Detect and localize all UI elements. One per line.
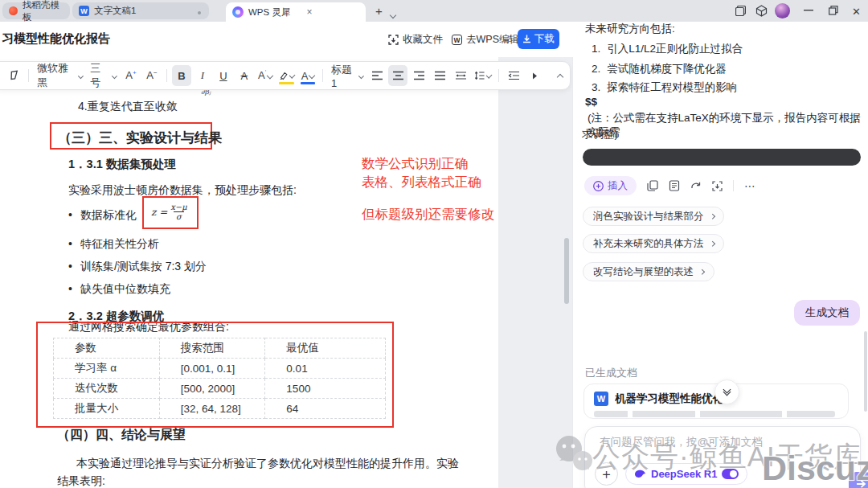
red-annotation-2: 表格、列表格式正确 [362,174,481,191]
chip-label: 补充未来研究的具体方法 [593,237,704,251]
latex-marker: $$ [585,96,597,108]
format-toolbar: 微软雅黑 三号 A+ A− B I U A Aʼ A 标题1 [0,61,571,90]
indent-button[interactable] [504,65,523,86]
minimize-button[interactable] [804,10,813,11]
table-cell: 0.01 [265,359,386,379]
table-cell: [32, 64, 128] [159,399,265,419]
more-actions-button[interactable]: ⋯ [744,179,756,192]
open-in-wps-button[interactable]: W 去WPS编辑 [452,33,519,47]
close-window-button[interactable]: ✕ [852,6,861,18]
align-center-button[interactable] [388,65,407,86]
quote-doc-button[interactable] [669,180,680,191]
format-clear-button[interactable] [4,65,23,86]
tab-label: 找稻壳模板 [23,0,63,23]
bold-button[interactable]: B [172,65,191,86]
conclusion-paragraph-line2: 结果表明: [57,474,105,488]
deepseek-whale-icon [634,470,646,478]
style-value: 标题1 [331,63,355,89]
open-in-wps-label: 去WPS编辑 [466,33,519,47]
text-effects-dropdown[interactable]: Aʼ [256,65,275,86]
restore-button[interactable] [829,6,838,15]
tab-list-chevron-icon[interactable] [391,6,395,21]
docer-icon [9,6,18,15]
distribute-button[interactable] [451,65,470,86]
insert-button[interactable]: 插入 [584,176,637,195]
document-margin-area [498,57,572,488]
chat-input-card[interactable]: ＋ DeepSeek R1 [584,426,861,488]
table-cell: [500, 2000] [159,379,265,399]
close-tab-icon[interactable]: × [306,6,312,18]
chevron-down-icon [485,72,492,79]
strikethrough-button[interactable]: A [235,65,254,86]
model-selector[interactable]: DeepSeek R1 [625,463,747,485]
future-item: 3.探索特征工程对模型的影响 [592,80,737,95]
document-scrollbar[interactable] [564,238,569,304]
bullet-item: 训练集/测试集按 7:3 划分 [68,260,207,274]
suggestion-chip[interactable]: 补充未来研究的具体方法 [583,234,724,253]
download-icon [522,35,531,43]
font-family-dropdown[interactable]: 微软雅黑 [34,65,85,86]
collapse-panel-button[interactable] [714,379,739,404]
user-avatar[interactable] [775,3,790,18]
font-size-value: 三号 [90,61,108,90]
font-size-dropdown[interactable]: 三号 [87,65,120,86]
font-color-button[interactable]: A [298,65,317,86]
add-attachment-button[interactable]: ＋ [595,462,618,486]
table-row: 批量大小 [32, 64, 128] 64 [54,399,386,419]
decrease-font-button[interactable]: A− [142,65,162,86]
model-name: DeepSeek R1 [651,468,717,480]
writer-icon: W [594,392,608,406]
deep-think-toggle[interactable] [722,469,739,479]
download-button[interactable]: 下载 [518,29,559,49]
layout-icon[interactable] [735,6,746,16]
table-row: 学习率 α [0.001, 0.1] 0.01 [54,359,386,379]
future-research-title: 未来研究方向包括: [585,22,675,36]
more-tools-arrow-icon[interactable] [525,65,544,86]
suggestion-chip[interactable]: 润色实验设计与结果部分 [583,207,724,226]
tab-label: WPS 灵犀 [248,6,290,18]
chevron-right-icon [699,269,704,274]
user-message-bubble: 生成文档 [794,300,860,326]
table-cell: 学习率 α [54,359,160,379]
tab-label: 文字文稿1 [94,5,136,17]
download-label: 下载 [534,32,555,46]
table-header-cell: 搜索范围 [159,338,265,359]
document-title: 习模型性能优化报告 [2,31,110,47]
panel-scrollbar[interactable] [864,331,867,412]
tab-docer-templates[interactable]: 找稻壳模板 [2,2,70,19]
italic-button[interactable]: I [193,65,212,86]
red-annotation-3: 但标题级别还需要修改 [362,206,494,223]
collect-icon [388,35,399,45]
favorite-file-button[interactable]: 收藏文件 [388,33,443,47]
regenerate-button[interactable] [690,181,702,191]
response-action-row: 插入 ⋯ [584,176,756,195]
new-tab-button[interactable]: + [375,4,383,18]
subsection-3-1-heading: 1．3.1 数据集预处理 [68,157,176,172]
justify-button[interactable] [430,65,449,86]
copy-button[interactable] [647,180,658,191]
paragraph-style-dropdown[interactable]: 标题1 [328,65,366,86]
browser-tab-bar: 找稻壳模板 W 文字文稿1 WPS 灵犀 × + ✕ [0,0,868,22]
chat-input[interactable] [600,436,825,448]
send-arrow-icon [856,479,866,488]
increase-font-button[interactable]: A+ [121,65,141,86]
generated-doc-title: 机器学习模型性能优化.. [615,392,730,406]
highlight-color-button[interactable] [276,65,297,86]
section-4-heading: （四）四、结论与展望 [57,427,186,444]
send-button[interactable] [849,472,868,488]
tab-text-document[interactable]: W 文字文稿1 [72,2,209,19]
align-right-button[interactable] [409,65,428,86]
bookmark-button[interactable] [712,181,723,191]
chevron-down-icon [309,72,315,79]
underline-button[interactable]: U [214,65,233,86]
workbench-cube-icon[interactable] [755,5,768,17]
chevron-down-icon [358,73,364,79]
collapse-toolbar-button[interactable] [551,65,570,86]
tab-wps-lingxi[interactable]: WPS 灵犀 × [226,2,366,22]
document-page[interactable]: ∂βⱼ 4.重复迭代直至收敛 （三）三、实验设计与结果 1．3.1 数据集预处理… [0,57,498,488]
chevron-down-icon [267,72,273,79]
table-cell: 迭代次数 [54,379,160,399]
line-spacing-dropdown[interactable] [472,65,493,86]
suggestion-chip[interactable]: 改写结论与展望的表述 [583,262,714,281]
align-left-button[interactable] [367,65,387,86]
